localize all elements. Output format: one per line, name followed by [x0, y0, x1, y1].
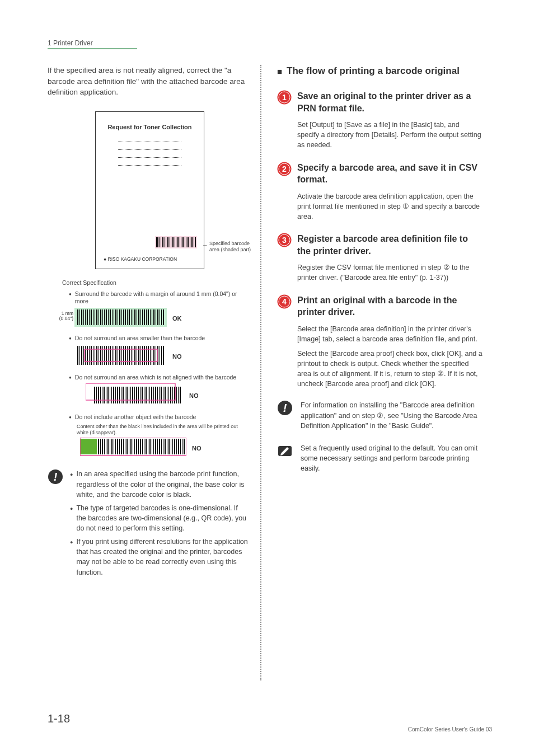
dotted-line — [118, 139, 181, 142]
svg-rect-144 — [144, 387, 144, 403]
svg-rect-31 — [89, 309, 90, 325]
svg-rect-116 — [163, 346, 164, 365]
svg-text:3: 3 — [282, 236, 287, 245]
svg-rect-114 — [160, 346, 160, 365]
svg-rect-72 — [79, 346, 80, 365]
svg-rect-17 — [185, 237, 185, 247]
svg-rect-29 — [85, 309, 86, 325]
svg-rect-22 — [194, 237, 194, 247]
svg-rect-46 — [118, 309, 118, 325]
spec3: Do not surround an area which is not ali… — [69, 374, 249, 382]
svg-rect-38 — [102, 309, 103, 325]
svg-rect-2 — [160, 237, 160, 247]
svg-rect-156 — [167, 387, 167, 403]
svg-rect-140 — [136, 387, 137, 403]
svg-rect-124 — [106, 387, 106, 403]
svg-rect-7 — [167, 237, 168, 247]
svg-rect-36 — [99, 309, 99, 325]
step-number-icon: 1 — [277, 90, 292, 105]
barcode-ok — [74, 308, 167, 329]
barcode-no1 — [74, 345, 167, 368]
step-number-icon: 4 — [277, 294, 292, 309]
caution-icon: ! — [277, 400, 293, 416]
svg-rect-152 — [159, 387, 160, 403]
svg-rect-35 — [96, 309, 97, 325]
barcode-no1-row: NO — [74, 345, 249, 368]
svg-rect-80 — [95, 346, 95, 365]
subheading-text: The flow of printing a barcode original — [287, 65, 460, 78]
svg-rect-90 — [114, 346, 114, 365]
right-tip-note: Set a frequently used original to the de… — [277, 443, 483, 473]
svg-rect-137 — [130, 387, 131, 403]
svg-rect-161 — [176, 387, 177, 403]
svg-rect-67 — [157, 309, 158, 325]
spec2-text: Do not surround an area smaller than the… — [75, 335, 205, 342]
svg-rect-94 — [121, 346, 122, 365]
dotted-line — [118, 147, 181, 150]
svg-rect-195 — [153, 439, 154, 454]
dotted-line — [118, 154, 181, 158]
svg-rect-143 — [142, 387, 143, 403]
svg-rect-62 — [148, 309, 149, 325]
svg-rect-76 — [87, 346, 88, 365]
sample-document-box: Request for Toner Collection ● RISO KAGA… — [95, 111, 204, 269]
correct-spec-caption: Correct Specification — [62, 279, 249, 286]
svg-rect-139 — [134, 387, 135, 403]
svg-rect-131 — [119, 387, 120, 403]
svg-rect-172 — [110, 439, 110, 454]
svg-rect-65 — [153, 309, 154, 325]
svg-rect-51 — [127, 309, 128, 325]
note-item: In an area specified using the barcode p… — [70, 469, 249, 499]
svg-text:2: 2 — [282, 165, 287, 173]
note-text: If you print using different resolutions… — [76, 537, 249, 577]
svg-rect-55 — [134, 309, 135, 325]
svg-rect-211 — [184, 439, 185, 454]
svg-rect-170 — [106, 439, 106, 454]
svg-rect-12 — [176, 237, 176, 247]
svg-rect-93 — [119, 346, 120, 365]
svg-rect-205 — [172, 439, 173, 454]
svg-rect-194 — [152, 439, 152, 454]
svg-rect-66 — [156, 309, 156, 325]
note-item: If you print using different resolutions… — [70, 537, 249, 577]
svg-rect-176 — [117, 439, 118, 454]
svg-rect-163 — [180, 387, 181, 403]
spec1-text: Surround the barcode with a margin of ar… — [75, 290, 249, 306]
svg-rect-190 — [144, 439, 144, 454]
svg-rect-1 — [157, 237, 158, 247]
no-label-3: NO — [192, 445, 202, 452]
svg-rect-27 — [81, 309, 82, 325]
svg-rect-167 — [100, 439, 101, 454]
svg-rect-206 — [174, 439, 175, 454]
svg-rect-209 — [180, 439, 181, 454]
no-label-1: NO — [172, 353, 182, 360]
step-body: Select the [Barcode area definition] in … — [297, 324, 483, 389]
svg-rect-98 — [129, 346, 130, 365]
svg-rect-68 — [160, 309, 160, 325]
step-number-icon: 3 — [277, 233, 292, 247]
svg-rect-21 — [191, 237, 193, 247]
step-body: Set [Output] to [Save as a file] in the … — [297, 120, 483, 150]
svg-rect-82 — [99, 346, 99, 365]
svg-rect-10 — [172, 237, 174, 247]
barcode-no2-row: NO — [74, 383, 249, 408]
page-number: 1-18 — [48, 712, 70, 725]
svg-rect-30 — [87, 309, 88, 325]
svg-rect-11 — [175, 237, 175, 247]
svg-rect-181 — [127, 439, 128, 454]
svg-rect-77 — [89, 346, 90, 365]
svg-rect-18 — [186, 237, 186, 247]
svg-rect-207 — [176, 439, 177, 454]
svg-rect-92 — [118, 346, 118, 365]
svg-rect-47 — [119, 309, 120, 325]
svg-rect-201 — [165, 439, 166, 454]
svg-rect-132 — [121, 387, 121, 403]
svg-rect-184 — [133, 439, 133, 454]
right-caution-note: ! For information on installing the "Bar… — [277, 400, 483, 430]
svg-rect-86 — [106, 346, 107, 365]
svg-rect-145 — [146, 387, 147, 403]
svg-rect-84 — [102, 346, 103, 365]
svg-rect-155 — [165, 387, 166, 403]
svg-rect-153 — [161, 387, 162, 403]
svg-rect-26 — [79, 309, 80, 325]
